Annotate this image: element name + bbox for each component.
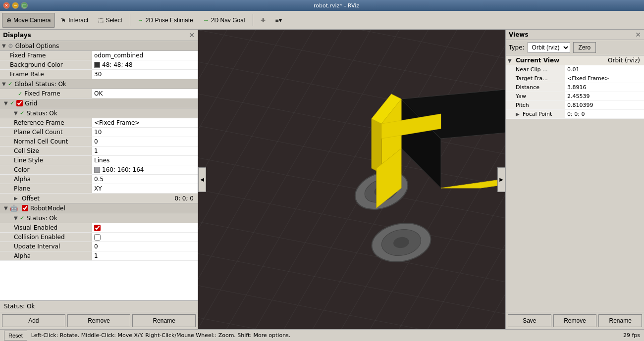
nav-goal-label: 2D Nav Goal [211, 17, 245, 24]
check-icon-2: ✓ [18, 91, 22, 97]
displays-close-button[interactable]: ✕ [189, 31, 195, 39]
views-close-button[interactable]: ✕ [635, 31, 641, 39]
global-status-label: Global Status: Ok [14, 81, 66, 88]
maximize-button[interactable]: □ [21, 2, 28, 9]
crosshair-button[interactable]: ✛ [256, 13, 270, 28]
yaw-value[interactable]: 2.45539 [565, 92, 644, 100]
reference-frame-value[interactable]: <Fixed Frame> [92, 118, 198, 127]
pose-estimate-button[interactable]: → 2D Pose Estimate [133, 13, 198, 28]
target-frame-value[interactable]: <Fixed Frame> [565, 74, 644, 83]
current-view-type: Orbit (rviz) [608, 57, 640, 64]
zero-button[interactable]: Zero [573, 42, 596, 53]
bg-color-value[interactable]: 48; 48; 48 [92, 60, 198, 69]
grid-color-value[interactable]: 160; 160; 164 [92, 165, 198, 174]
status-bar: Reset Left-Click: Rotate. Middle-Click: … [0, 329, 644, 341]
views-save-button[interactable]: Save [508, 314, 551, 327]
offset-header[interactable]: ▶ Offset 0; 0; 0 [0, 194, 198, 203]
displays-scroll[interactable]: ▼ ⚙ Global Options Fixed Frame odom_comb… [0, 41, 198, 300]
move-camera-icon: ⊕ [6, 17, 11, 24]
update-interval-value[interactable]: 0 [92, 242, 198, 251]
global-options-arrow[interactable]: ▼ [2, 43, 7, 49]
rename-button[interactable]: Rename [132, 314, 196, 327]
extra-button[interactable]: ≡▾ [271, 13, 286, 28]
plane-cell-count-row: Plane Cell Count 10 [0, 128, 198, 137]
visual-enabled-row: Visual Enabled [0, 223, 198, 233]
global-status-arrow[interactable]: ▼ [2, 81, 7, 87]
robot-model-checkbox[interactable] [22, 205, 28, 211]
views-spacer [506, 119, 644, 312]
robot-model-arrow[interactable]: ▼ [4, 205, 9, 211]
global-fixed-frame-row: ✓ Fixed Frame OK [0, 89, 198, 98]
grid-section-header[interactable]: ▼ ✓ Grid [0, 98, 198, 108]
line-style-value[interactable]: Lines [92, 156, 198, 165]
grid-status-arrow[interactable]: ▼ [14, 110, 19, 116]
reset-button[interactable]: Reset [4, 331, 27, 341]
pitch-value[interactable]: 0.810399 [565, 101, 644, 109]
views-panel-header: Views ✕ [506, 30, 644, 40]
plane-value[interactable]: XY [92, 184, 198, 193]
reference-frame-row: Reference Frame <Fixed Frame> [0, 118, 198, 128]
select-button[interactable]: ⬚ Select [94, 13, 126, 28]
robot-model-label: RobotModel [30, 205, 65, 212]
type-select[interactable]: Orbit (rviz) [528, 42, 570, 53]
focal-point-arrow[interactable]: ▶ [516, 111, 521, 117]
grid-color-swatch [94, 167, 100, 173]
views-remove-button[interactable]: Remove [553, 314, 597, 327]
offset-value: 0; 0; 0 [174, 195, 196, 202]
collision-enabled-value[interactable] [92, 233, 198, 242]
interact-icon: 🖱 [60, 17, 66, 24]
move-camera-button[interactable]: ⊕ Move Camera [2, 13, 55, 28]
plane-cell-count-value[interactable]: 10 [92, 128, 198, 137]
add-button[interactable]: Add [2, 314, 65, 327]
frame-rate-value[interactable]: 30 [92, 70, 198, 79]
fps-counter: 29 fps [623, 332, 640, 339]
frame-rate-row: Frame Rate 30 [0, 70, 198, 79]
titlebar-buttons: ✕ − □ [3, 2, 28, 9]
robot-model-header[interactable]: ▼ 🤖 RobotModel [0, 203, 198, 213]
focal-point-value[interactable]: 0; 0; 0 [565, 110, 644, 118]
yaw-label: Yaw [506, 92, 565, 100]
robot-alpha-value[interactable]: 1 [92, 251, 198, 260]
robot-status-header[interactable]: ▼ ✓ Status: Ok [0, 213, 198, 223]
minimize-button[interactable]: − [12, 2, 19, 9]
plane-row: Plane XY [0, 184, 198, 194]
pitch-label: Pitch [506, 101, 565, 109]
global-status-header[interactable]: ▼ ✓ Global Status: Ok [0, 79, 198, 89]
robot-status-arrow[interactable]: ▼ [14, 215, 19, 221]
global-options-header[interactable]: ▼ ⚙ Global Options [0, 41, 198, 51]
viewport[interactable]: ↖ ◀ ▶ [198, 30, 505, 329]
current-view-arrow[interactable]: ▼ [508, 58, 513, 63]
remove-button[interactable]: Remove [67, 314, 131, 327]
visual-enabled-value[interactable] [92, 223, 198, 232]
viewport-right-arrow[interactable]: ▶ [497, 167, 505, 192]
grid-arrow[interactable]: ▼ [4, 100, 9, 106]
close-button[interactable]: ✕ [3, 2, 10, 9]
fixed-frame-label: Fixed Frame [0, 51, 92, 60]
grid-checkbox[interactable] [16, 100, 23, 106]
robot-icon: 🤖 [10, 204, 18, 212]
main-layout: Displays ✕ ▼ ⚙ Global Options Fixed Fram… [0, 30, 644, 329]
type-row: Type: Orbit (rviz) Zero [506, 40, 644, 55]
collision-enabled-checkbox[interactable] [94, 234, 101, 241]
normal-cell-count-value[interactable]: 0 [92, 137, 198, 146]
visual-enabled-checkbox[interactable] [94, 225, 101, 231]
status-ok-text: Status: Ok [4, 303, 35, 310]
near-clip-value[interactable]: 0.01 [565, 65, 644, 74]
views-rename-button[interactable]: Rename [598, 314, 642, 327]
line-style-row: Line Style Lines [0, 156, 198, 165]
distance-label: Distance [506, 83, 565, 92]
grid-status-header[interactable]: ▼ ✓ Status: Ok [0, 108, 198, 118]
fixed-frame-row: Fixed Frame odom_combined [0, 51, 198, 60]
svg-marker-5 [372, 119, 381, 173]
fixed-frame-value[interactable]: odom_combined [92, 51, 198, 60]
alpha-value[interactable]: 0.5 [92, 175, 198, 184]
distance-value[interactable]: 3.8916 [565, 83, 644, 92]
nav-goal-button[interactable]: → 2D Nav Goal [199, 13, 250, 28]
bg-color-label: Background Color [0, 60, 92, 69]
offset-arrow[interactable]: ▶ [14, 195, 19, 201]
yaw-row: Yaw 2.45539 [506, 92, 644, 101]
viewport-left-arrow[interactable]: ◀ [198, 167, 206, 192]
current-view-header[interactable]: ▼ Current View Orbit (rviz) [506, 55, 644, 65]
interact-button[interactable]: 🖱 Interact [56, 13, 93, 28]
cell-size-value[interactable]: 1 [92, 146, 198, 155]
